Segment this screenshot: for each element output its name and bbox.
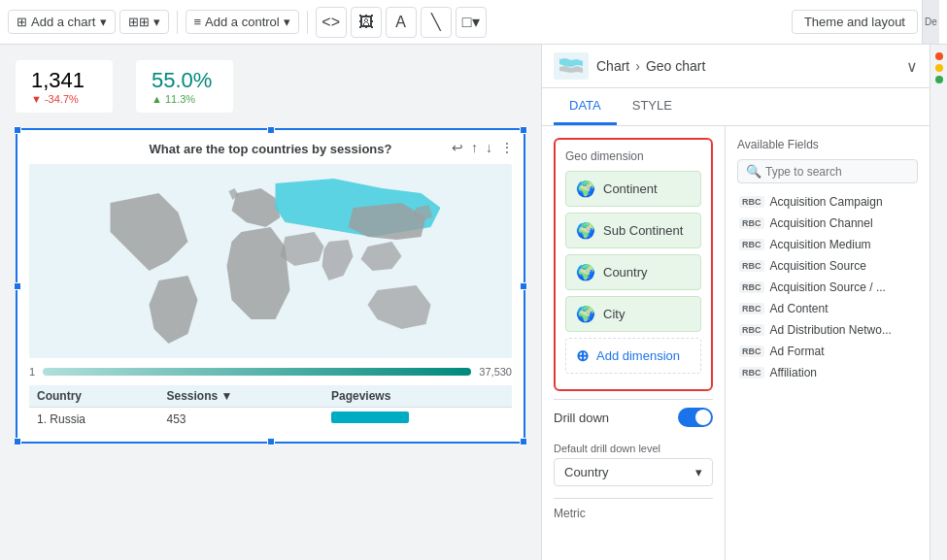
arrow-up-icon[interactable]: ↑ — [469, 138, 480, 157]
arrow-down-icon[interactable]: ↓ — [484, 138, 494, 157]
breadcrumb-separator: › — [635, 58, 640, 74]
city-globe-icon: 🌍 — [576, 305, 595, 323]
dimension-country[interactable]: 🌍 Country — [565, 254, 701, 290]
field-acquisition-source-slash[interactable]: RBC Acquisition Source / ... — [737, 277, 918, 298]
add-control-label: Add a control — [205, 15, 280, 29]
add-chart-button[interactable]: ⊞ Add a chart ▾ — [8, 10, 116, 34]
dimension-continent[interactable]: 🌍 Continent — [565, 171, 701, 207]
stat-value-bounce: 55.0% — [152, 68, 218, 93]
chart-icon — [554, 52, 589, 80]
drill-level-chevron: ▾ — [695, 465, 702, 479]
code-button[interactable]: <> — [316, 7, 347, 38]
geo-section: Geo dimension 🌍 Continent 🌍 Sub Continen… — [542, 126, 726, 560]
add-chart-icon: ⊞ — [17, 15, 27, 29]
search-input[interactable] — [765, 165, 911, 179]
far-right-dot-yellow — [935, 64, 943, 72]
tab-style[interactable]: STYLE — [617, 88, 688, 125]
col-sessions[interactable]: Sessions ▼ — [158, 385, 323, 408]
field-label-2: Acquisition Medium — [770, 238, 871, 251]
divider-1 — [177, 11, 178, 34]
field-badge-4: RBC — [739, 281, 764, 293]
more-icon[interactable]: ⋮ — [498, 138, 516, 157]
field-badge-3: RBC — [739, 260, 764, 272]
toolbar-right-panel: De — [922, 0, 939, 44]
dimension-sub-continent[interactable]: 🌍 Sub Continent — [565, 213, 701, 248]
text-icon: A — [395, 14, 406, 31]
metric-section: Metric — [554, 498, 713, 520]
stat-card-bounce: 55.0% ▲ 11.3% — [136, 60, 233, 113]
handle-ml[interactable] — [14, 282, 21, 290]
line-button[interactable]: ╲ — [421, 7, 452, 38]
row-pageviews — [323, 408, 512, 431]
stat-card-sessions: 1,341 ▼ -34.7% — [16, 60, 113, 113]
country-label: Country — [603, 265, 648, 280]
city-label: City — [603, 307, 625, 321]
field-acquisition-medium[interactable]: RBC Acquisition Medium — [737, 234, 918, 255]
add-chart-label: Add a chart — [31, 15, 96, 29]
legend-min: 1 — [29, 366, 35, 378]
drill-level-select[interactable]: Country ▾ — [554, 458, 713, 486]
breadcrumb-chart: Chart — [596, 58, 629, 74]
legend-max: 37,530 — [479, 366, 512, 378]
handle-tl[interactable] — [14, 126, 21, 134]
metric-label: Metric — [554, 507, 713, 520]
stat-value-sessions: 1,341 — [31, 68, 97, 93]
col-pageviews: Pageviews — [323, 385, 512, 408]
field-acquisition-campaign[interactable]: RBC Acquisition Campaign — [737, 191, 918, 213]
handle-br[interactable] — [520, 438, 527, 445]
tab-data[interactable]: DATA — [554, 88, 617, 125]
image-icon: 🖼 — [358, 14, 374, 31]
field-badge-5: RBC — [739, 303, 764, 314]
field-ad-content[interactable]: RBC Ad Content — [737, 298, 918, 319]
field-acquisition-channel[interactable]: RBC Acquisition Channel — [737, 213, 918, 234]
field-badge-0: RBC — [739, 196, 764, 208]
drill-down-label: Drill down — [554, 411, 609, 425]
image-button[interactable]: 🖼 — [351, 7, 382, 38]
world-map-svg — [29, 164, 512, 358]
stats-row: 1,341 ▼ -34.7% 55.0% ▲ 11.3% — [16, 60, 525, 113]
main-area: 1,341 ▼ -34.7% 55.0% ▲ 11.3% ↩ ↑ ↓ ⋮ — [0, 45, 947, 560]
settings-content: Geo dimension 🌍 Continent 🌍 Sub Continen… — [542, 126, 930, 560]
continent-label: Continent — [603, 181, 658, 196]
theme-layout-button[interactable]: Theme and layout — [792, 10, 918, 34]
field-badge-2: RBC — [739, 239, 764, 250]
field-label-0: Acquisition Campaign — [770, 195, 883, 209]
field-ad-format[interactable]: RBC Ad Format — [737, 341, 918, 362]
handle-bm[interactable] — [267, 438, 275, 445]
geo-dimension-box: Geo dimension 🌍 Continent 🌍 Sub Continen… — [554, 138, 713, 391]
handle-mr[interactable] — [520, 282, 527, 290]
field-affiliation[interactable]: RBC Affiliation — [737, 362, 918, 383]
row-num-country: 1. Russia — [29, 408, 158, 431]
dimension-city[interactable]: 🌍 City — [565, 296, 701, 332]
rearrange-button[interactable]: ⊞⊞ ▾ — [119, 10, 169, 34]
handle-bl[interactable] — [14, 438, 21, 445]
field-badge-8: RBC — [739, 367, 764, 379]
breadcrumb-geo-chart: Geo chart — [646, 58, 705, 74]
toggle-knob — [695, 410, 711, 425]
field-badge-7: RBC — [739, 346, 764, 357]
expand-icon[interactable]: ∨ — [906, 57, 918, 76]
undo-icon[interactable]: ↩ — [450, 138, 465, 157]
add-dimension-button[interactable]: ⊕ Add dimension — [565, 338, 701, 374]
handle-tm[interactable] — [267, 126, 275, 134]
drill-level-label: Default drill down level — [554, 443, 713, 454]
far-right-dot-orange — [935, 52, 943, 60]
text-button[interactable]: A — [386, 7, 417, 38]
shape-icon: □▾ — [462, 13, 480, 31]
field-ad-distribution[interactable]: RBC Ad Distribution Netwo... — [737, 319, 918, 341]
country-globe-icon: 🌍 — [576, 263, 595, 281]
handle-tr[interactable] — [520, 126, 527, 134]
shape-button[interactable]: □▾ — [456, 7, 487, 38]
search-box[interactable]: 🔍 — [737, 159, 918, 183]
rearrange-arrow: ▾ — [153, 15, 160, 29]
table-row: 1. Russia 453 — [29, 408, 512, 431]
rearrange-icon: ⊞⊞ — [128, 15, 150, 29]
field-label-8: Affiliation — [770, 366, 817, 379]
field-acquisition-source[interactable]: RBC Acquisition Source — [737, 255, 918, 277]
add-control-button[interactable]: ≡ Add a control ▾ — [186, 10, 299, 34]
drill-down-toggle[interactable] — [678, 408, 713, 427]
far-right-dot-green — [935, 76, 943, 83]
drill-level-section: Default drill down level Country ▾ — [554, 443, 713, 486]
row-sessions: 453 — [158, 408, 323, 431]
sub-continent-globe-icon: 🌍 — [576, 221, 595, 240]
